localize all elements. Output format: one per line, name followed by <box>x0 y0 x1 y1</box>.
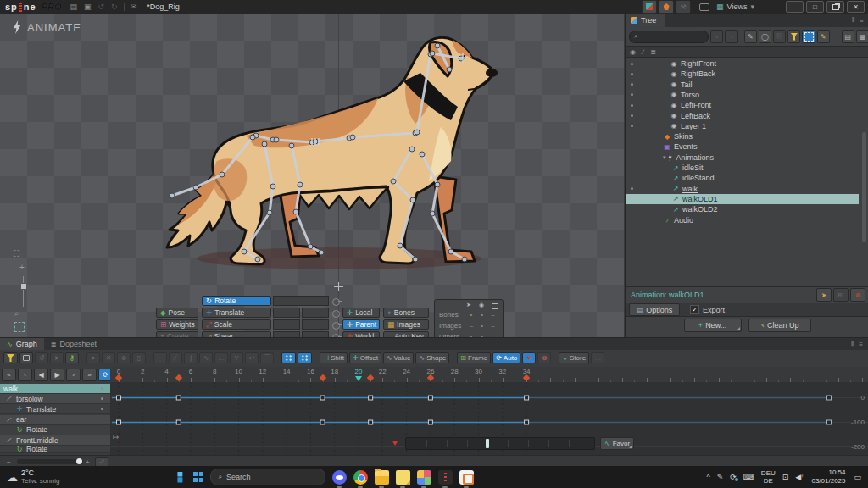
visibility-dot[interactable] <box>631 114 633 117</box>
tree-scrollbar[interactable] <box>862 132 866 242</box>
visibility-dot[interactable] <box>631 104 633 107</box>
translate-button[interactable]: ✛Translate <box>202 308 271 318</box>
track-key-dot[interactable] <box>101 387 103 390</box>
bones-select-button[interactable]: ⌖Bones <box>383 308 429 318</box>
zoom-out-icon[interactable]: ⌕ <box>14 308 19 319</box>
track-walk[interactable]: walk <box>0 384 110 394</box>
tree-item-layer-1[interactable]: ◉Layer 1 <box>626 121 859 131</box>
keyframe-diamond-17[interactable] <box>319 374 326 381</box>
rotate-key-icon[interactable] <box>332 298 340 306</box>
views-icon[interactable]: ▦ <box>716 0 724 14</box>
graph-menu-icon[interactable]: ≡ <box>859 341 863 348</box>
shear-y-field[interactable] <box>302 331 329 337</box>
search-prev-button[interactable]: ‹ <box>710 30 723 43</box>
tab-dopesheet[interactable]: ≣Dopesheet <box>44 338 103 350</box>
tree-item-animations[interactable]: ▾Animations <box>626 152 859 163</box>
rename-icon[interactable]: RI <box>833 288 849 302</box>
tray-sync-icon[interactable]: ​⟳ <box>730 473 737 481</box>
world-axes-button[interactable]: ✛World <box>342 331 380 337</box>
autokey-button[interactable]: ∴Auto Key <box>383 331 429 337</box>
hscroll-plus-button[interactable]: + <box>86 458 90 466</box>
export-icon[interactable]: ✉ <box>131 0 137 14</box>
track-key-dot[interactable] <box>101 408 103 410</box>
keyframe-diamond-34[interactable] <box>523 374 530 381</box>
tray-speaker-icon[interactable]: ◀⁾ <box>795 473 803 481</box>
translate-x-field[interactable] <box>273 308 300 318</box>
options-button[interactable]: ▤Options <box>629 303 680 316</box>
curve-split-icon[interactable]: Y <box>230 352 243 363</box>
playhead-marker[interactable] <box>355 376 362 381</box>
taskbar-app-spine[interactable] <box>438 470 453 485</box>
close-animation-icon[interactable]: ⊗ <box>850 288 865 302</box>
taskbar-app-photos[interactable] <box>417 470 431 485</box>
graph-area[interactable]: ↦ ♥ ∿Favor 0-100-200 <box>110 382 868 455</box>
hscroll-minus-button[interactable]: − <box>7 458 11 466</box>
taskbar-app-explorer[interactable] <box>375 470 389 485</box>
tree-item-audio[interactable]: ♪Audio <box>626 215 859 225</box>
favor-slider-handle[interactable] <box>486 439 489 448</box>
prev-key-button[interactable]: ‹ <box>18 369 32 381</box>
translate-key-icon[interactable] <box>332 310 340 318</box>
store-more-icon[interactable]: … <box>591 352 604 363</box>
tray-chevron-icon[interactable]: ^ <box>707 473 710 481</box>
track-translate[interactable]: ✛Translate <box>0 404 110 414</box>
maximize-button[interactable]: □ <box>806 1 824 13</box>
trash-icon[interactable]: ▯ <box>132 352 146 363</box>
visibility-dot[interactable] <box>631 63 633 65</box>
favor-slider[interactable] <box>405 437 595 450</box>
curve-more-icon[interactable]: … <box>214 352 228 363</box>
filter-dot[interactable]: ‒ <box>487 311 498 319</box>
list-column-icon[interactable]: ≣ <box>650 48 656 56</box>
filter-dot[interactable]: ‒ <box>487 322 498 330</box>
zoom-in-icon[interactable]: + <box>19 263 25 272</box>
visibility-dot[interactable] <box>631 187 633 190</box>
weather-icon[interactable]: ☁ <box>7 471 18 484</box>
start-button-grid[interactable] <box>193 472 203 482</box>
panel-split-icon[interactable]: ⫴ <box>852 16 854 25</box>
visibility-dot[interactable] <box>631 125 633 127</box>
tab-graph[interactable]: ∿Graph <box>0 338 44 350</box>
tree-settings-icon[interactable]: ▦ <box>856 30 868 43</box>
view-compass-icon[interactable]: ⛶ <box>14 249 19 259</box>
collapse-all-icon[interactable]: ▤ <box>842 30 854 43</box>
visibility-dot[interactable] <box>631 93 633 96</box>
tree-item-skins[interactable]: ◆Skins <box>626 131 859 141</box>
parent-axes-button[interactable]: ✛Parent <box>342 319 380 330</box>
shift-button[interactable]: ⊣Shift <box>320 352 348 363</box>
cleanup-button[interactable]: ⌁Clean Up <box>748 319 811 332</box>
tree-item-tail[interactable]: ◉Tail <box>626 80 859 90</box>
panel-menu-icon[interactable]: ≡ <box>860 17 864 25</box>
filter-dot[interactable]: ‒ <box>466 322 477 330</box>
value-button[interactable]: ∿Value <box>383 352 415 363</box>
save-icon[interactable]: ▣ <box>84 0 92 14</box>
create-button[interactable]: +Create <box>156 331 198 337</box>
go-first-button[interactable]: « <box>2 369 16 381</box>
redo-icon[interactable]: ↻ <box>111 0 118 14</box>
track-rotate[interactable]: ↻Rotate <box>0 446 110 453</box>
tray-cast-icon[interactable]: ⊡ <box>782 473 789 481</box>
keyframe-diamond-5[interactable] <box>175 374 182 381</box>
chat-icon[interactable] <box>699 3 709 11</box>
hscroll-handle[interactable] <box>76 458 82 464</box>
select-box-icon[interactable] <box>802 30 815 43</box>
graph-filter-icon[interactable] <box>3 352 18 363</box>
tree-item-rightback[interactable]: ◉RightBack <box>626 69 859 79</box>
filter-dot[interactable]: • <box>476 322 487 330</box>
tree-item-rightfront[interactable]: ◉RightFront <box>626 58 859 69</box>
tree-search-input[interactable]: ⌕ <box>629 30 709 43</box>
views-caret-icon[interactable]: ▾ <box>750 0 754 14</box>
graph-key-icon[interactable]: ⚷ <box>65 352 79 363</box>
tool-wrench-icon[interactable]: ⚒ <box>676 0 691 14</box>
shear-button[interactable]: ◿Shear <box>202 331 271 337</box>
restore-button[interactable] <box>826 1 844 13</box>
auto-button[interactable]: ⟳Auto <box>492 352 520 363</box>
keyframe-diamond-21[interactable] <box>367 374 374 381</box>
play-back-button[interactable]: ◀ <box>34 369 48 381</box>
language-switcher[interactable]: DEU DE <box>761 469 776 485</box>
cycle-offset-icon[interactable]: ↦ <box>113 433 120 441</box>
keyframe-diamond-0[interactable] <box>115 374 122 381</box>
taskbar-search[interactable]: ⌕ Search <box>210 469 326 485</box>
track-key-dot[interactable] <box>101 397 103 400</box>
tree-item-walk[interactable]: ↗walk <box>626 184 859 194</box>
viewport[interactable]: ANIMATE <box>0 14 624 337</box>
